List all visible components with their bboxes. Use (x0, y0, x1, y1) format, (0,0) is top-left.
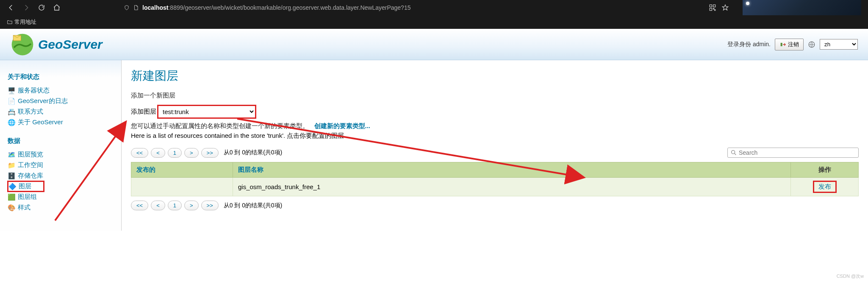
sidebar-section-about: 关于和状态 (8, 73, 114, 81)
col-name[interactable]: 图层名称 (233, 162, 791, 178)
sidebar-item-workspace[interactable]: 📁工作空间 (8, 160, 114, 170)
globe-icon (808, 41, 815, 48)
col-published[interactable]: 发布的 (131, 162, 233, 178)
hint-text: 您可以通过手动配置属性的名称和类型创建一个新的要素类型。 (131, 122, 309, 129)
sidebar-item-stores[interactable]: 🗄️存储仓库 (8, 170, 114, 181)
pager-top: << < 1 > >> 从0 到 0的结果(共0项) (131, 148, 859, 158)
pager-summary-b: 从0 到 0的结果(共0项) (224, 202, 282, 209)
col-op: 操作 (791, 162, 859, 178)
pager-page-b[interactable]: 1 (168, 201, 182, 210)
back-button[interactable] (5, 2, 17, 14)
svg-rect-0 (710, 5, 712, 7)
layergroup-icon: 🟩 (8, 193, 15, 201)
forward-button[interactable] (20, 2, 32, 14)
theme-thumbnail (743, 0, 861, 15)
pager-prev[interactable]: < (151, 148, 165, 158)
cell-published (131, 178, 233, 196)
main-content: 新建图层 添加一个新图层 添加图层 test:trunk 您可以通过手动配置属性… (121, 60, 868, 231)
search-input[interactable] (739, 149, 856, 156)
table-row: gis_osm_roads_trunk_free_1 发布 (131, 178, 859, 196)
about-icon: 🌐 (8, 119, 15, 126)
layer-icon: 🔷 (8, 183, 16, 190)
page-icon (133, 5, 139, 11)
workspace-icon: 📁 (8, 162, 15, 169)
pager-next[interactable]: > (184, 148, 199, 158)
store-icon: 🗄️ (8, 172, 15, 180)
pager-prev-b[interactable]: < (151, 201, 165, 210)
bookmarks-bar[interactable]: 常用地址 (0, 15, 868, 29)
login-status: 登录身份 admin. (727, 41, 771, 48)
logo[interactable]: GeoServer (10, 32, 103, 57)
home-button[interactable] (51, 2, 63, 14)
folder-icon (7, 19, 13, 25)
logo-text: GeoServer (38, 37, 103, 52)
language-select[interactable]: zh (820, 39, 858, 50)
shield-icon (124, 5, 130, 11)
bookmark-star-icon[interactable] (721, 4, 729, 11)
pager-page[interactable]: 1 (168, 148, 182, 158)
store-select[interactable]: test:trunk (158, 106, 255, 118)
sidebar-item-layer-preview[interactable]: 🗺️图层预览 (8, 149, 114, 160)
pager-first-b[interactable]: << (131, 201, 148, 210)
sidebar-item-layers[interactable]: 🔷图层 (8, 181, 44, 192)
pager-next-b[interactable]: > (184, 201, 199, 210)
geoserver-logo-icon (10, 32, 35, 57)
sidebar-item-logs[interactable]: 📄GeoServer的日志 (8, 96, 114, 106)
search-box[interactable] (727, 148, 859, 158)
sidebar-item-contact[interactable]: 📇联系方式 (8, 106, 114, 117)
pager-last-b[interactable]: >> (201, 201, 219, 210)
bookmark-folder-label[interactable]: 常用地址 (14, 18, 36, 26)
create-feature-type-link[interactable]: 创建新的要素类型... (314, 122, 371, 129)
server-status-icon: 🖥️ (8, 87, 15, 95)
geoserver-header: GeoServer 登录身份 admin. 注销 zh (0, 29, 868, 60)
pager-last[interactable]: >> (201, 148, 219, 158)
svg-rect-1 (713, 5, 715, 7)
cell-layer-name: gis_osm_roads_trunk_free_1 (233, 178, 791, 196)
url-path: :8899/geoserver/web/wicket/bookmarkable/… (168, 4, 410, 11)
sidebar-item-server-status[interactable]: 🖥️服务器状态 (8, 85, 114, 96)
logout-button[interactable]: 注销 (775, 39, 804, 50)
svg-point-7 (732, 151, 735, 154)
url-bar[interactable]: localhost:8899/geoserver/web/wicket/book… (124, 4, 709, 11)
browser-top-bar: localhost:8899/geoserver/web/wicket/book… (0, 0, 868, 29)
add-layer-label: 添加图层 (131, 108, 156, 116)
sidebar-item-styles[interactable]: 🎨样式 (8, 202, 114, 213)
sidebar: 关于和状态 🖥️服务器状态 📄GeoServer的日志 📇联系方式 🌐关于 Ge… (0, 60, 121, 231)
svg-rect-2 (710, 8, 712, 11)
sidebar-section-data: 数据 (8, 137, 114, 145)
log-icon: 📄 (8, 98, 15, 105)
style-icon: 🎨 (8, 204, 15, 212)
logout-icon (779, 41, 786, 48)
search-icon (730, 149, 737, 156)
layer-preview-icon: 🗺️ (8, 151, 15, 159)
url-host: localhost (142, 4, 168, 11)
reload-button[interactable] (36, 2, 47, 14)
pager-first[interactable]: << (131, 148, 148, 158)
sidebar-item-about[interactable]: 🌐关于 GeoServer (8, 117, 114, 128)
resource-hint: Here is a list of resources contained in… (131, 132, 859, 140)
pager-bottom: << < 1 > >> 从0 到 0的结果(共0项) (131, 201, 859, 210)
contact-icon: 📇 (8, 108, 15, 116)
layer-table: 发布的 图层名称 操作 gis_osm_roads_trunk_free_1 发… (131, 162, 859, 196)
svg-rect-5 (781, 43, 782, 46)
page-title: 新建图层 (131, 68, 859, 84)
sidebar-item-layer-groups[interactable]: 🟩图层组 (8, 192, 114, 202)
publish-link[interactable]: 发布 (814, 182, 835, 192)
page-subtitle: 添加一个新图层 (131, 92, 859, 100)
pager-summary: 从0 到 0的结果(共0项) (224, 149, 282, 156)
qr-icon[interactable] (709, 4, 716, 11)
